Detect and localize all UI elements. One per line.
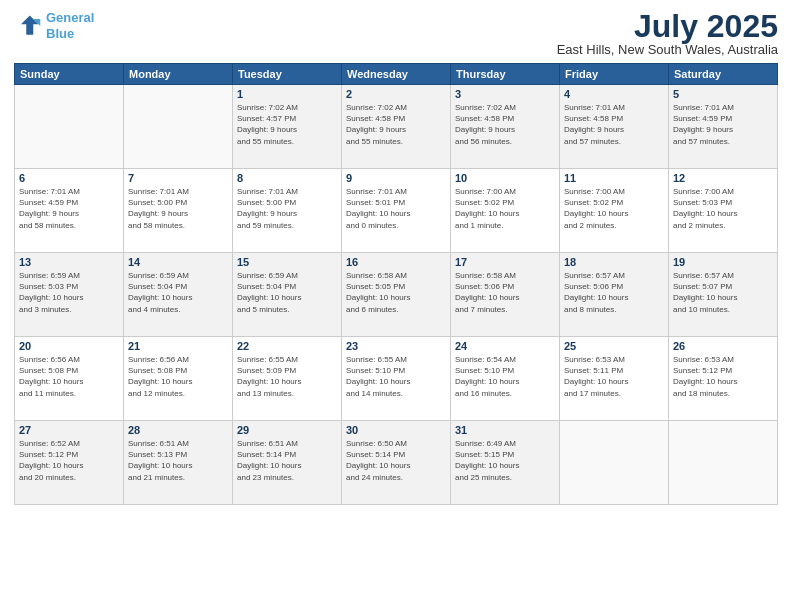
day-info: Sunrise: 6:53 AM Sunset: 5:11 PM Dayligh… <box>564 354 664 399</box>
day-info: Sunrise: 6:59 AM Sunset: 5:03 PM Dayligh… <box>19 270 119 315</box>
table-row: 27Sunrise: 6:52 AM Sunset: 5:12 PM Dayli… <box>15 421 778 505</box>
calendar-cell: 22Sunrise: 6:55 AM Sunset: 5:09 PM Dayli… <box>233 337 342 421</box>
calendar-cell: 28Sunrise: 6:51 AM Sunset: 5:13 PM Dayli… <box>124 421 233 505</box>
day-number: 21 <box>128 340 228 352</box>
day-number: 13 <box>19 256 119 268</box>
page: General Blue July 2025 East Hills, New S… <box>0 0 792 612</box>
calendar-cell: 3Sunrise: 7:02 AM Sunset: 4:58 PM Daylig… <box>451 85 560 169</box>
day-number: 6 <box>19 172 119 184</box>
day-number: 16 <box>346 256 446 268</box>
day-info: Sunrise: 7:01 AM Sunset: 4:59 PM Dayligh… <box>19 186 119 231</box>
day-number: 31 <box>455 424 555 436</box>
calendar-cell: 11Sunrise: 7:00 AM Sunset: 5:02 PM Dayli… <box>560 169 669 253</box>
calendar-cell <box>15 85 124 169</box>
col-tuesday: Tuesday <box>233 64 342 85</box>
day-number: 17 <box>455 256 555 268</box>
day-number: 15 <box>237 256 337 268</box>
day-info: Sunrise: 6:56 AM Sunset: 5:08 PM Dayligh… <box>19 354 119 399</box>
day-info: Sunrise: 6:59 AM Sunset: 5:04 PM Dayligh… <box>237 270 337 315</box>
col-sunday: Sunday <box>15 64 124 85</box>
calendar-cell: 8Sunrise: 7:01 AM Sunset: 5:00 PM Daylig… <box>233 169 342 253</box>
day-number: 4 <box>564 88 664 100</box>
day-info: Sunrise: 7:02 AM Sunset: 4:58 PM Dayligh… <box>346 102 446 147</box>
day-number: 3 <box>455 88 555 100</box>
day-number: 23 <box>346 340 446 352</box>
day-number: 11 <box>564 172 664 184</box>
calendar-cell: 26Sunrise: 6:53 AM Sunset: 5:12 PM Dayli… <box>669 337 778 421</box>
calendar-cell: 10Sunrise: 7:00 AM Sunset: 5:02 PM Dayli… <box>451 169 560 253</box>
day-number: 28 <box>128 424 228 436</box>
calendar-cell: 30Sunrise: 6:50 AM Sunset: 5:14 PM Dayli… <box>342 421 451 505</box>
day-info: Sunrise: 7:01 AM Sunset: 4:59 PM Dayligh… <box>673 102 773 147</box>
calendar-cell <box>669 421 778 505</box>
col-monday: Monday <box>124 64 233 85</box>
day-number: 29 <box>237 424 337 436</box>
day-info: Sunrise: 7:01 AM Sunset: 5:01 PM Dayligh… <box>346 186 446 231</box>
day-number: 9 <box>346 172 446 184</box>
day-number: 19 <box>673 256 773 268</box>
logo: General Blue <box>14 10 94 41</box>
calendar-cell: 9Sunrise: 7:01 AM Sunset: 5:01 PM Daylig… <box>342 169 451 253</box>
day-number: 14 <box>128 256 228 268</box>
table-row: 6Sunrise: 7:01 AM Sunset: 4:59 PM Daylig… <box>15 169 778 253</box>
day-info: Sunrise: 6:56 AM Sunset: 5:08 PM Dayligh… <box>128 354 228 399</box>
calendar-cell: 12Sunrise: 7:00 AM Sunset: 5:03 PM Dayli… <box>669 169 778 253</box>
logo-line2: Blue <box>46 26 74 41</box>
day-info: Sunrise: 7:00 AM Sunset: 5:02 PM Dayligh… <box>564 186 664 231</box>
day-info: Sunrise: 6:49 AM Sunset: 5:15 PM Dayligh… <box>455 438 555 483</box>
header: General Blue July 2025 East Hills, New S… <box>14 10 778 57</box>
day-info: Sunrise: 6:54 AM Sunset: 5:10 PM Dayligh… <box>455 354 555 399</box>
day-number: 20 <box>19 340 119 352</box>
day-number: 25 <box>564 340 664 352</box>
day-number: 1 <box>237 88 337 100</box>
calendar-cell: 6Sunrise: 7:01 AM Sunset: 4:59 PM Daylig… <box>15 169 124 253</box>
calendar-cell <box>560 421 669 505</box>
calendar-cell: 13Sunrise: 6:59 AM Sunset: 5:03 PM Dayli… <box>15 253 124 337</box>
table-row: 1Sunrise: 7:02 AM Sunset: 4:57 PM Daylig… <box>15 85 778 169</box>
day-info: Sunrise: 6:53 AM Sunset: 5:12 PM Dayligh… <box>673 354 773 399</box>
logo-text: General Blue <box>46 10 94 41</box>
day-info: Sunrise: 6:55 AM Sunset: 5:09 PM Dayligh… <box>237 354 337 399</box>
table-row: 20Sunrise: 6:56 AM Sunset: 5:08 PM Dayli… <box>15 337 778 421</box>
calendar-cell: 18Sunrise: 6:57 AM Sunset: 5:06 PM Dayli… <box>560 253 669 337</box>
day-number: 7 <box>128 172 228 184</box>
calendar-cell <box>124 85 233 169</box>
logo-icon <box>14 12 42 40</box>
calendar: Sunday Monday Tuesday Wednesday Thursday… <box>14 63 778 505</box>
calendar-cell: 4Sunrise: 7:01 AM Sunset: 4:58 PM Daylig… <box>560 85 669 169</box>
calendar-cell: 19Sunrise: 6:57 AM Sunset: 5:07 PM Dayli… <box>669 253 778 337</box>
col-friday: Friday <box>560 64 669 85</box>
day-info: Sunrise: 6:57 AM Sunset: 5:06 PM Dayligh… <box>564 270 664 315</box>
calendar-cell: 23Sunrise: 6:55 AM Sunset: 5:10 PM Dayli… <box>342 337 451 421</box>
day-number: 2 <box>346 88 446 100</box>
day-number: 24 <box>455 340 555 352</box>
day-info: Sunrise: 7:02 AM Sunset: 4:57 PM Dayligh… <box>237 102 337 147</box>
calendar-cell: 2Sunrise: 7:02 AM Sunset: 4:58 PM Daylig… <box>342 85 451 169</box>
day-number: 10 <box>455 172 555 184</box>
col-saturday: Saturday <box>669 64 778 85</box>
day-info: Sunrise: 6:59 AM Sunset: 5:04 PM Dayligh… <box>128 270 228 315</box>
day-info: Sunrise: 7:01 AM Sunset: 4:58 PM Dayligh… <box>564 102 664 147</box>
col-thursday: Thursday <box>451 64 560 85</box>
calendar-cell: 27Sunrise: 6:52 AM Sunset: 5:12 PM Dayli… <box>15 421 124 505</box>
day-number: 22 <box>237 340 337 352</box>
table-row: 13Sunrise: 6:59 AM Sunset: 5:03 PM Dayli… <box>15 253 778 337</box>
title-section: July 2025 East Hills, New South Wales, A… <box>557 10 778 57</box>
day-info: Sunrise: 7:01 AM Sunset: 5:00 PM Dayligh… <box>237 186 337 231</box>
day-info: Sunrise: 6:51 AM Sunset: 5:13 PM Dayligh… <box>128 438 228 483</box>
day-info: Sunrise: 6:55 AM Sunset: 5:10 PM Dayligh… <box>346 354 446 399</box>
day-info: Sunrise: 7:00 AM Sunset: 5:02 PM Dayligh… <box>455 186 555 231</box>
day-number: 27 <box>19 424 119 436</box>
day-number: 8 <box>237 172 337 184</box>
calendar-cell: 24Sunrise: 6:54 AM Sunset: 5:10 PM Dayli… <box>451 337 560 421</box>
day-number: 30 <box>346 424 446 436</box>
calendar-cell: 16Sunrise: 6:58 AM Sunset: 5:05 PM Dayli… <box>342 253 451 337</box>
day-number: 18 <box>564 256 664 268</box>
day-info: Sunrise: 6:58 AM Sunset: 5:06 PM Dayligh… <box>455 270 555 315</box>
calendar-cell: 15Sunrise: 6:59 AM Sunset: 5:04 PM Dayli… <box>233 253 342 337</box>
day-info: Sunrise: 6:58 AM Sunset: 5:05 PM Dayligh… <box>346 270 446 315</box>
calendar-cell: 5Sunrise: 7:01 AM Sunset: 4:59 PM Daylig… <box>669 85 778 169</box>
logo-line1: General <box>46 10 94 25</box>
location: East Hills, New South Wales, Australia <box>557 42 778 57</box>
day-info: Sunrise: 6:52 AM Sunset: 5:12 PM Dayligh… <box>19 438 119 483</box>
